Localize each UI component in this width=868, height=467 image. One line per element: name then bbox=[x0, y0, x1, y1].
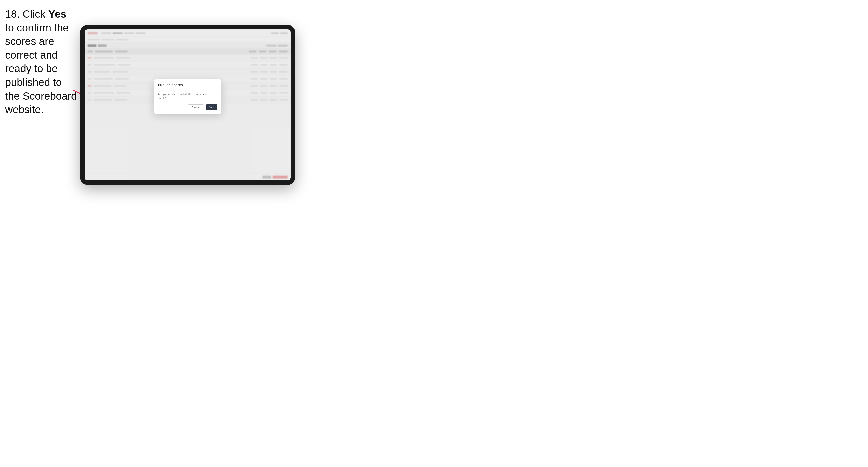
modal-header: Publish scores × bbox=[154, 80, 221, 89]
instruction-prefix: Click bbox=[23, 8, 48, 20]
instruction-suffix: to confirm the scores are correct and re… bbox=[5, 22, 77, 116]
instruction-text: 18. Click Yes to confirm the scores are … bbox=[5, 7, 78, 117]
modal-close-button[interactable]: × bbox=[214, 83, 217, 87]
tablet-device: Publish scores × Are you ready to publis… bbox=[80, 25, 295, 185]
modal-title: Publish scores bbox=[158, 83, 183, 87]
modal-cancel-button[interactable]: Cancel bbox=[188, 104, 204, 111]
modal-actions: Cancel Yes bbox=[158, 104, 217, 111]
modal-divider bbox=[154, 89, 221, 89]
modal-yes-button[interactable]: Yes bbox=[206, 104, 217, 111]
modal-message: Are you ready to publish these scores to… bbox=[158, 92, 217, 100]
publish-scores-modal: Publish scores × Are you ready to publis… bbox=[154, 80, 221, 114]
tablet-screen: Publish scores × Are you ready to publis… bbox=[85, 30, 290, 181]
instruction-bold: Yes bbox=[48, 8, 66, 20]
step-number: 18. bbox=[5, 8, 20, 20]
modal-body: Are you ready to publish these scores to… bbox=[154, 92, 221, 114]
modal-overlay: Publish scores × Are you ready to publis… bbox=[85, 30, 290, 181]
